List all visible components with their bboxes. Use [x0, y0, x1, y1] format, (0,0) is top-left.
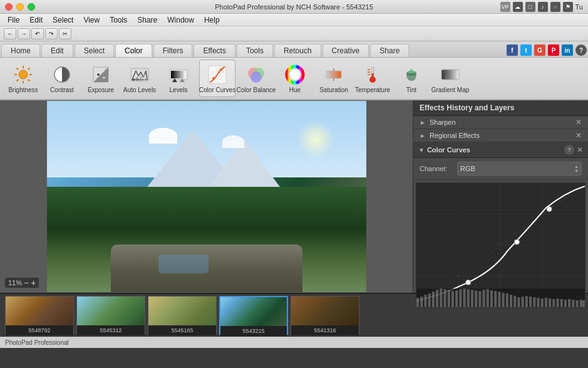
status-text: PhotoPad Professional: [5, 339, 69, 346]
effect-sharpen[interactable]: ► Sharpen ✕: [413, 116, 588, 129]
menu-file[interactable]: File: [3, 15, 24, 25]
svg-rect-86: [529, 297, 532, 307]
svg-rect-21: [143, 75, 146, 81]
tab-select[interactable]: Select: [75, 44, 114, 57]
tab-filters[interactable]: Filters: [153, 44, 193, 57]
effects-panel: Effects History and Layers ► Sharpen ✕ ►…: [413, 100, 588, 293]
film-item-5543215[interactable]: ✕ 5543215: [219, 296, 288, 335]
zoom-in-button[interactable]: +: [31, 278, 36, 287]
tab-home[interactable]: Home: [1, 44, 40, 57]
tab-share[interactable]: Share: [370, 44, 409, 57]
menu-select[interactable]: Select: [48, 15, 78, 25]
pinterest-icon[interactable]: P: [548, 45, 559, 56]
film-item-5545165[interactable]: ✕ 5545165: [148, 296, 217, 335]
google-icon[interactable]: G: [534, 45, 545, 56]
ribbon-hue[interactable]: Hue: [277, 60, 313, 97]
ribbon-color-curves-label: Color Curves: [199, 87, 235, 93]
effects-panel-header: Effects History and Layers: [413, 100, 588, 116]
film-item-5541316[interactable]: ✕ 5541316: [291, 296, 359, 335]
tab-color[interactable]: Color: [115, 44, 152, 57]
tab-edit[interactable]: Edit: [41, 44, 73, 57]
speaker-icon: ♪: [538, 2, 548, 12]
film-thumb-5543215: [220, 297, 287, 326]
svg-rect-79: [502, 293, 505, 307]
cc-expand-icon[interactable]: ▼: [418, 147, 425, 154]
ribbon-auto-levels[interactable]: Auto Levels: [121, 60, 158, 97]
svg-rect-72: [475, 290, 477, 307]
svg-rect-100: [582, 300, 585, 307]
close-button[interactable]: [5, 3, 13, 11]
ribbon-gradient-map[interactable]: Gradient Map: [432, 60, 468, 97]
film-thumb-5541316: [291, 297, 359, 325]
regional-close-icon[interactable]: ✕: [574, 131, 583, 140]
curves-svg: [416, 183, 585, 307]
svg-rect-65: [448, 290, 450, 307]
cc-arrow-down[interactable]: ▼: [574, 169, 579, 173]
svg-rect-95: [564, 300, 567, 307]
menu-window[interactable]: Window: [162, 15, 199, 25]
cc-channel-select[interactable]: RGB ▲ ▼: [457, 162, 582, 176]
ribbon-tint-label: Tint: [406, 87, 416, 93]
film-item-5548792[interactable]: ✕ 5548792: [5, 296, 74, 335]
linkedin-icon[interactable]: in: [562, 45, 573, 56]
ribbon-temperature[interactable]: Temperature: [354, 60, 391, 97]
toolbar-redo[interactable]: ↷: [45, 28, 58, 39]
help-icon[interactable]: ?: [575, 45, 587, 56]
tint-icon: [401, 64, 422, 85]
toolbar-back[interactable]: ←: [4, 28, 16, 39]
window-controls[interactable]: [5, 3, 35, 11]
ribbon-contrast-label: Contrast: [50, 87, 74, 93]
svg-rect-59: [424, 295, 426, 307]
ribbon-tint[interactable]: Tint: [393, 60, 430, 97]
cc-arrow-up[interactable]: ▲: [574, 164, 579, 169]
main-area: 11% − + Effects History and Layers ► Sha…: [0, 100, 588, 293]
canvas-area[interactable]: 11% − +: [0, 100, 413, 293]
ribbon-brightness[interactable]: Brightness: [5, 60, 41, 97]
menu-edit[interactable]: Edit: [24, 15, 48, 25]
film-label-5545165: 5545165: [148, 325, 216, 335]
cc-help-button[interactable]: ?: [564, 145, 574, 155]
zoom-out-button[interactable]: −: [24, 278, 29, 287]
svg-rect-75: [487, 289, 489, 307]
facebook-icon[interactable]: f: [507, 45, 518, 56]
ribbon-contrast[interactable]: Contrast: [44, 60, 80, 97]
film-item-5545312[interactable]: ✕ 5545312: [76, 296, 145, 335]
svg-rect-20: [140, 76, 142, 81]
minimize-button[interactable]: [16, 3, 24, 11]
maximize-button[interactable]: [28, 3, 35, 11]
toolbar-cut[interactable]: ✂: [59, 28, 71, 39]
tab-creative[interactable]: Creative: [322, 44, 369, 57]
tab-tools[interactable]: Tools: [237, 44, 273, 57]
curves-graph[interactable]: [416, 182, 585, 308]
menu-view[interactable]: View: [78, 15, 105, 25]
twitter-icon[interactable]: t: [520, 45, 532, 56]
sharpen-expand-icon[interactable]: ►: [418, 118, 427, 127]
ribbon-levels[interactable]: Levels: [160, 60, 197, 97]
regional-expand-icon[interactable]: ►: [418, 131, 427, 140]
auto-levels-icon: [129, 64, 150, 85]
toolbar-undo[interactable]: ↶: [31, 28, 44, 39]
menu-share[interactable]: Share: [132, 15, 162, 25]
svg-rect-68: [459, 289, 462, 307]
menu-tools[interactable]: Tools: [105, 15, 132, 25]
effect-regional[interactable]: ► Regional Effects ✕: [413, 129, 588, 142]
svg-rect-78: [498, 292, 500, 307]
toolbar-forward[interactable]: →: [18, 28, 30, 39]
sharpen-close-icon[interactable]: ✕: [574, 118, 583, 127]
ribbon-color-curves[interactable]: Color Curves: [199, 60, 235, 97]
tab-retouch[interactable]: Retouch: [274, 44, 321, 57]
ribbon-saturation[interactable]: Saturation: [316, 60, 352, 97]
ribbon-exposure[interactable]: Exposure: [83, 60, 119, 97]
menu-help[interactable]: Help: [199, 15, 225, 25]
saturation-icon: [323, 64, 344, 85]
svg-point-53: [466, 280, 471, 285]
cc-channel-arrows[interactable]: ▲ ▼: [574, 164, 579, 173]
cc-channel-value: RGB: [460, 165, 574, 172]
ribbon-exposure-label: Exposure: [88, 87, 114, 93]
cc-close-icon[interactable]: ✕: [577, 145, 583, 154]
svg-rect-71: [471, 290, 473, 307]
tab-effects[interactable]: Effects: [193, 44, 235, 57]
svg-rect-81: [510, 295, 512, 307]
ribbon-color-balance[interactable]: Color Balance: [238, 60, 274, 97]
film-label-5541316: 5541316: [291, 325, 359, 335]
